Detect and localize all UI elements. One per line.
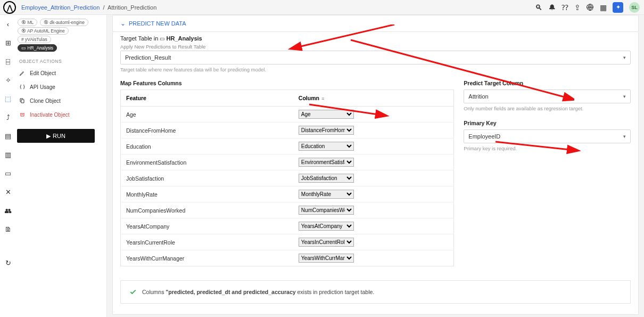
column-select[interactable]: YearsInCurrentRole: [299, 238, 354, 247]
column-select[interactable]: DistanceFromHome: [299, 126, 354, 135]
feature-cell: Age: [121, 107, 293, 123]
rail-box-icon[interactable]: ⬚: [5, 95, 11, 103]
features-table: Feature Column≡ AgeAgeDistanceFromHomeDi…: [120, 90, 454, 266]
table-row: NumCompaniesWorkedNumCompaniesWorked: [121, 202, 454, 218]
result-help: Target table where new features data wil…: [120, 67, 631, 72]
tag-active-hr[interactable]: ▭ HR_Analysis: [18, 44, 57, 52]
table-row: YearsInCurrentRoleYearsInCurrentRole: [121, 234, 454, 250]
column-select[interactable]: EnvironmentSatisfaction: [299, 158, 354, 167]
column-select[interactable]: Age: [299, 110, 354, 119]
result-table-select[interactable]: Prediction_Result: [120, 51, 631, 64]
body-card: Target Table in ▭ HR_Analysis Apply New …: [112, 32, 639, 315]
tag-ml[interactable]: ⦿ ML: [18, 19, 37, 26]
column-cell: Education: [293, 139, 454, 155]
left-pane: ⦿ ML ⦿ dk-automl-engine ⦿ AP AutoML Engi…: [16, 15, 106, 317]
inactivate-object-action[interactable]: Inactivate Object: [17, 108, 103, 121]
map-features-label: Map Features Columns: [120, 80, 454, 86]
rail-users-icon[interactable]: 👥︎: [5, 207, 12, 215]
top-bar: ⋀ Employee_Attrition_Prediction / Attrit…: [0, 0, 644, 15]
column-cell: MonthlyRate: [293, 186, 454, 202]
right-options: Predict Target Column Attrition Only num…: [464, 80, 631, 266]
th-feature[interactable]: Feature: [121, 90, 293, 107]
feature-cell: EnvironmentSatisfaction: [121, 155, 293, 170]
feature-cell: YearsAtCompany: [121, 218, 293, 234]
tag-row: ⦿ ML ⦿ dk-automl-engine: [17, 18, 103, 27]
tag-automl[interactable]: ⦿ AP AutoML Engine: [18, 27, 69, 35]
tag-token[interactable]: # yVAisTulas: [18, 36, 51, 43]
rail-layers-icon[interactable]: ▥: [5, 151, 11, 159]
rail-grid-icon[interactable]: ⊞: [5, 39, 11, 47]
breadcrumb: Employee_Attrition_Prediction / Attritio…: [21, 4, 156, 11]
column-select[interactable]: YearsAtCompany: [299, 222, 354, 231]
nav-rail: ‹ ⊞ ⌸ ✧ ⬚ ⤴ ▤ ▥ ▭ ✕ 👥︎ 🗎 ↻: [0, 15, 16, 317]
rail-tools-icon[interactable]: ✕: [5, 188, 11, 196]
table-row: JobSatisfactionJobSatisfaction: [121, 170, 454, 186]
breadcrumb-parent[interactable]: Employee_Attrition_Prediction: [21, 4, 100, 11]
sort-icon[interactable]: ≡: [321, 96, 324, 101]
workspace-icon[interactable]: ✦: [613, 2, 623, 13]
rail-list-icon[interactable]: ▭: [5, 169, 11, 177]
column-select[interactable]: JobSatisfaction: [299, 174, 354, 183]
rail-graph-icon[interactable]: ✧: [5, 76, 11, 84]
column-select[interactable]: NumCompaniesWorked: [299, 206, 354, 215]
rail-refresh-icon[interactable]: ↻: [5, 259, 11, 267]
th-column[interactable]: Column≡: [293, 90, 454, 107]
primary-key-help: Primary key is required.: [464, 145, 631, 151]
column-select[interactable]: Education: [299, 142, 354, 151]
feature-cell: DistanceFromHome: [121, 123, 293, 139]
feature-cell: YearsWithCurrManager: [121, 250, 293, 266]
user-avatar[interactable]: SL: [629, 2, 640, 13]
rail-back-icon[interactable]: ‹: [7, 20, 9, 28]
column-cell: YearsWithCurrManager: [293, 250, 454, 266]
run-button[interactable]: ▶ RUN: [17, 129, 95, 143]
column-select[interactable]: MonthlyRate: [299, 190, 354, 199]
status-message: Columns "predicted, predicted_dt and pre…: [120, 280, 631, 304]
feature-cell: JobSatisfaction: [121, 170, 293, 186]
clone-object-action[interactable]: Clone Object: [17, 94, 103, 108]
pencil-icon: [19, 70, 26, 76]
column-cell: YearsInCurrentRole: [293, 234, 454, 250]
globe-icon[interactable]: 🌐︎: [587, 3, 594, 12]
predict-section: PREDICT NEW DATA: [112, 15, 639, 32]
column-cell: Age: [293, 107, 454, 123]
breadcrumb-current: Attrition_Prediction: [108, 4, 156, 11]
play-icon: ▶: [46, 133, 51, 140]
rail-doc-icon[interactable]: 🗎: [5, 225, 12, 233]
target-table-name: HR_Analysis: [166, 35, 202, 42]
api-usage-action[interactable]: API Usage: [17, 80, 103, 94]
column-select[interactable]: YearsWithCurrManager: [299, 254, 354, 263]
help-icon[interactable]: ⁇: [562, 3, 568, 12]
check-icon: [129, 288, 137, 296]
top-icon-bar: 🔍︎ 🔔︎ ⁇ ⇪ 🌐︎ ▦ ✦ SL: [535, 2, 640, 13]
section-header-predict[interactable]: PREDICT NEW DATA: [113, 15, 638, 31]
target-table-label: Target Table in ▭ HR_Analysis: [120, 35, 631, 42]
main-area: PREDICT NEW DATA Target Table in ▭ HR_An…: [106, 15, 644, 317]
tag-engine[interactable]: ⦿ dk-automl-engine: [40, 19, 88, 26]
primary-key-label: Primary Key: [464, 120, 631, 126]
predict-target-select[interactable]: Attrition: [464, 90, 631, 103]
apps-grid-icon[interactable]: ▦: [600, 3, 607, 12]
app-logo-icon[interactable]: ⋀: [3, 1, 16, 14]
column-cell: YearsAtCompany: [293, 218, 454, 234]
rail-db-icon[interactable]: ▤: [5, 132, 11, 140]
share-icon[interactable]: ⇪: [574, 3, 581, 12]
rail-branch-icon[interactable]: ⤴: [6, 113, 10, 121]
table-row: YearsAtCompanyYearsAtCompany: [121, 218, 454, 234]
map-features-column: Map Features Columns Feature Column≡ Age…: [120, 80, 454, 266]
apply-label: Apply New Predictions to Result Table: [120, 44, 631, 50]
column-cell: DistanceFromHome: [293, 123, 454, 139]
breadcrumb-sep: /: [101, 4, 106, 11]
primary-key-select[interactable]: EmployeeID: [464, 129, 631, 143]
search-icon[interactable]: 🔍︎: [535, 3, 542, 12]
tag-row-3: ▭ HR_Analysis: [17, 44, 103, 52]
predict-target-help: Only number fields are available as regr…: [464, 105, 631, 111]
bell-icon[interactable]: 🔔︎: [548, 3, 556, 12]
tag-row-2: ⦿ AP AutoML Engine # yVAisTulas: [17, 27, 103, 44]
edit-object-action[interactable]: Edit Object: [17, 66, 103, 80]
table-row: DistanceFromHomeDistanceFromHome: [121, 123, 454, 139]
feature-cell: Education: [121, 139, 293, 155]
archive-icon: [19, 111, 26, 118]
table-icon: ▭: [160, 36, 164, 42]
column-cell: NumCompaniesWorked: [293, 202, 454, 218]
rail-chip-icon[interactable]: ⌸: [6, 58, 10, 66]
